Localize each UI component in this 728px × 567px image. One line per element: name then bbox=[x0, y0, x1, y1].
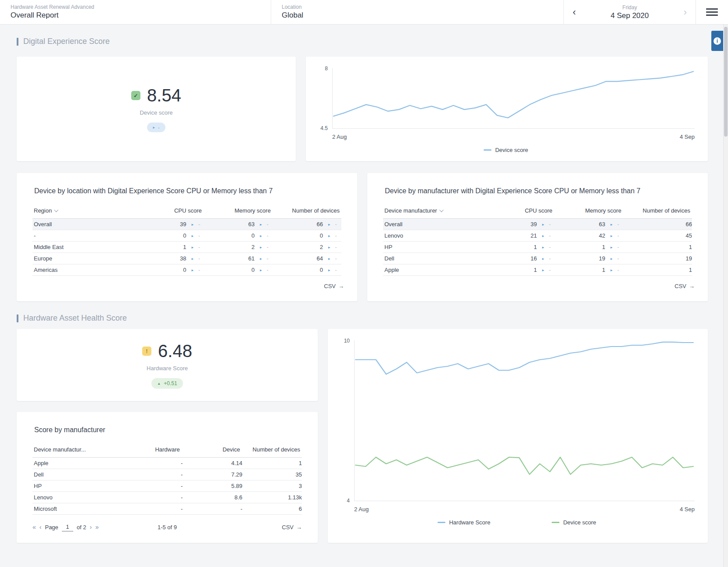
date-value: 4 Sep 2020 bbox=[611, 11, 649, 20]
trend-expander[interactable]: ▸- bbox=[255, 267, 273, 273]
trend-dash: - bbox=[267, 233, 269, 239]
last-page-button[interactable]: » bbox=[95, 524, 99, 531]
column-device-manufacturer[interactable]: Device manufactur... bbox=[32, 446, 122, 453]
table-row: Americas 0▸- 0▸- 0▸- bbox=[32, 264, 341, 276]
trend-expander[interactable]: ▸- bbox=[537, 256, 555, 262]
trend-expander[interactable]: ▸- bbox=[186, 244, 204, 250]
score-by-manufacturer-card: Score by manufacturer Device manufactur.… bbox=[17, 412, 318, 543]
info-icon: i bbox=[714, 37, 721, 45]
trend-expander[interactable]: ▸- bbox=[186, 256, 204, 262]
csv-export-link[interactable]: CSV → bbox=[324, 283, 344, 289]
hardware-score-label: Hardware Score bbox=[147, 365, 188, 372]
scrollbar-thumb[interactable] bbox=[724, 27, 728, 137]
page-label: Page bbox=[45, 524, 58, 531]
trend-expander[interactable]: ▸- bbox=[255, 244, 273, 250]
menu-button[interactable] bbox=[696, 0, 728, 24]
device-score-trend-pill[interactable]: ▸ - bbox=[147, 123, 165, 132]
play-icon: ▸ bbox=[260, 245, 262, 249]
x-axis-labels: 2 Aug 4 Sep bbox=[354, 501, 695, 513]
hardware-score-trend-pill[interactable]: ▲ +0.51 bbox=[151, 378, 183, 389]
trend-expander[interactable]: ▸- bbox=[605, 267, 624, 273]
trend-dash: - bbox=[335, 221, 337, 228]
prev-page-button[interactable]: ‹ bbox=[39, 524, 42, 531]
trend-value: - bbox=[158, 125, 160, 130]
trend-expander[interactable]: ▸- bbox=[605, 221, 624, 228]
csv-export-link[interactable]: CSV → bbox=[674, 283, 695, 289]
trend-expander[interactable]: ▸- bbox=[255, 256, 273, 262]
column-number-of-devices[interactable]: Number of devices bbox=[273, 207, 341, 214]
info-tab[interactable]: i bbox=[711, 31, 723, 51]
device-by-manufacturer-card: Device by manufacturer with Digital Expe… bbox=[367, 173, 708, 301]
play-icon: ▸ bbox=[610, 234, 613, 238]
play-icon: ▸ bbox=[610, 222, 613, 227]
check-badge-icon: ✓ bbox=[131, 91, 140, 100]
play-icon: ▸ bbox=[153, 125, 155, 130]
trend-expander[interactable]: ▸- bbox=[186, 233, 204, 239]
play-icon: ▸ bbox=[191, 268, 194, 272]
column-memory-score[interactable]: Memory score bbox=[554, 207, 623, 214]
trend-dash: - bbox=[549, 267, 551, 273]
trend-expander[interactable]: ▸- bbox=[255, 233, 273, 239]
scrollbar[interactable] bbox=[723, 25, 728, 567]
column-region[interactable]: Region bbox=[34, 207, 52, 214]
trend-dash: - bbox=[198, 233, 200, 239]
hardware-score-kpi-card: ! 6.48 Hardware Score ▲ +0.51 bbox=[17, 329, 318, 401]
play-icon: ▸ bbox=[191, 234, 194, 238]
trend-expander[interactable]: ▸- bbox=[186, 221, 204, 228]
date-display[interactable]: Friday 4 Sep 2020 bbox=[611, 4, 649, 20]
device-score-line-chart[interactable] bbox=[332, 68, 695, 129]
chart-legend: Device score bbox=[317, 140, 695, 153]
column-number-of-devices[interactable]: Number of devices bbox=[242, 446, 302, 453]
trend-expander[interactable]: ▸- bbox=[323, 256, 341, 262]
next-page-button[interactable]: › bbox=[90, 524, 92, 531]
next-day-chevron-icon[interactable]: › bbox=[684, 7, 687, 17]
table-row: Lenovo 21▸- 42▸- 45 bbox=[383, 230, 692, 242]
sort-chevron-icon[interactable] bbox=[54, 208, 58, 212]
trend-expander[interactable]: ▸- bbox=[537, 267, 555, 273]
legend-item-device-score[interactable]: Device score bbox=[484, 147, 528, 153]
legend-item-hardware-score[interactable]: Hardware Score bbox=[438, 519, 490, 526]
prev-day-chevron-icon[interactable]: ‹ bbox=[573, 7, 576, 17]
column-device-manufacturer[interactable]: Device manufacturer bbox=[384, 207, 437, 214]
trend-expander[interactable]: ▸- bbox=[537, 244, 555, 250]
column-cpu-score[interactable]: CPU score bbox=[485, 207, 554, 214]
trend-expander[interactable]: ▸- bbox=[323, 233, 341, 239]
trend-dash: - bbox=[617, 267, 619, 273]
trend-dash: - bbox=[549, 244, 551, 250]
csv-arrow-icon: → bbox=[296, 524, 302, 531]
trend-expander[interactable]: ▸- bbox=[605, 256, 624, 262]
play-icon: ▸ bbox=[328, 268, 330, 272]
trend-expander[interactable]: ▸- bbox=[323, 244, 341, 250]
first-page-button[interactable]: « bbox=[32, 524, 36, 531]
trend-expander[interactable]: ▸- bbox=[605, 244, 624, 250]
sort-chevron-icon[interactable] bbox=[439, 208, 444, 212]
trend-dash: - bbox=[549, 256, 551, 262]
trend-expander[interactable]: ▸- bbox=[255, 221, 273, 228]
trend-expander[interactable]: ▸- bbox=[537, 233, 555, 239]
trend-dash: - bbox=[267, 256, 269, 262]
section-bar-icon bbox=[17, 38, 18, 46]
column-hardware[interactable]: Hardware bbox=[122, 446, 182, 453]
trend-dash: - bbox=[198, 244, 200, 250]
location-label: Location bbox=[282, 4, 563, 10]
device-score-chart-card: 8 4.5 2 Aug 4 Sep Device score bbox=[306, 57, 708, 161]
csv-arrow-icon: → bbox=[338, 283, 344, 289]
y-axis-labels: 8 4.5 bbox=[317, 68, 332, 129]
trend-expander[interactable]: ▸- bbox=[323, 267, 341, 273]
play-icon: ▸ bbox=[542, 245, 544, 249]
trend-expander[interactable]: ▸- bbox=[186, 267, 204, 273]
section-hardware-health: Hardware Asset Health Score bbox=[17, 314, 708, 323]
trend-expander[interactable]: ▸- bbox=[605, 233, 624, 239]
hardware-score-line-chart[interactable] bbox=[354, 340, 695, 501]
page-input[interactable] bbox=[62, 523, 73, 531]
trend-expander[interactable]: ▸- bbox=[537, 221, 555, 228]
column-memory-score[interactable]: Memory score bbox=[204, 207, 273, 214]
legend-item-device-score[interactable]: Device score bbox=[552, 519, 596, 526]
table-header-row: Device manufactur... Hardware Device Num… bbox=[32, 444, 302, 458]
column-cpu-score[interactable]: CPU score bbox=[135, 207, 204, 214]
csv-export-link[interactable]: CSV → bbox=[282, 524, 302, 531]
column-number-of-devices[interactable]: Number of devices bbox=[623, 207, 692, 214]
location-selector[interactable]: Location Global bbox=[271, 0, 563, 24]
column-device[interactable]: Device bbox=[182, 446, 242, 453]
trend-expander[interactable]: ▸- bbox=[323, 221, 341, 228]
